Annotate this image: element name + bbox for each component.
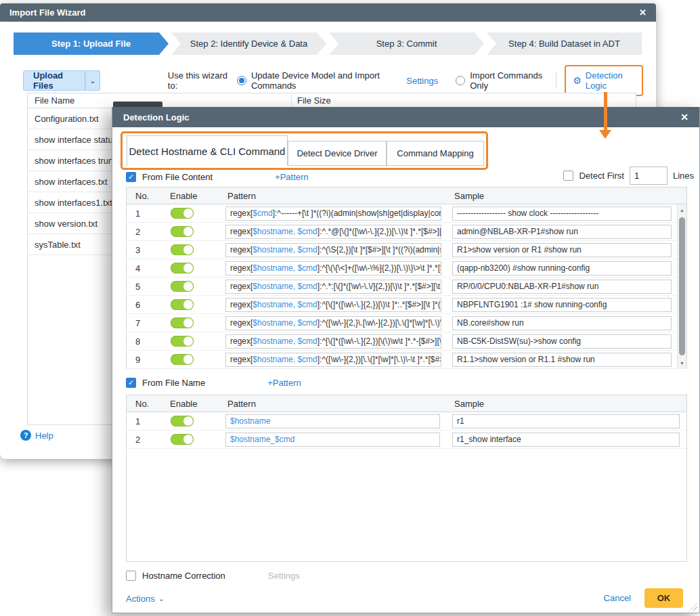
radio-import-commands-only[interactable]: Import Commands Only: [456, 70, 546, 91]
upload-files-split-button: Upload Files ⌄: [23, 70, 100, 91]
from-file-content-checkbox[interactable]: [126, 172, 136, 182]
row-number: 4: [127, 263, 164, 273]
sample-input[interactable]: NBPFLNTG1901 :1# show running-config: [452, 298, 672, 312]
header-enable: Enable: [164, 399, 221, 409]
tab-detect-hostname-cli-command[interactable]: Detect Hostname & CLI Command: [127, 135, 288, 166]
pattern-variables: $hostname, $cmd: [253, 336, 317, 346]
ok-button[interactable]: OK: [644, 588, 683, 608]
actions-label: Actions: [126, 594, 155, 604]
pattern-input[interactable]: regex[$hostname, $cmd]:^([\w\-]{2,})[\.\…: [225, 353, 441, 367]
arrow-head: [599, 130, 611, 139]
sample-input[interactable]: ------------------ show clock ----------…: [452, 206, 672, 221]
wizard-step[interactable]: Step 3: Commit: [329, 32, 484, 55]
radio-update-device-model[interactable]: Update Device Model and Import Commands: [237, 70, 398, 91]
toolbar-divider: [556, 72, 556, 89]
table-scrollbar[interactable]: ▲ ▼: [677, 204, 686, 368]
enable-toggle[interactable]: [171, 416, 194, 426]
sample-input[interactable]: R1>show version or R1 #show run: [452, 243, 672, 257]
enable-toggle[interactable]: [171, 354, 194, 365]
scroll-up-icon[interactable]: ▲: [678, 205, 686, 215]
row-number: 7: [127, 318, 164, 328]
pattern-variables: $hostname, $cmd: [253, 300, 317, 309]
enable-toggle[interactable]: [171, 434, 194, 445]
pattern-row: 4 regex[$hostname, $cmd]:^[\(\{\<]+([\w\…: [127, 259, 686, 278]
settings-link[interactable]: Settings: [406, 76, 438, 86]
detect-first-checkbox[interactable]: [563, 171, 573, 181]
dialog-title: Detection Logic: [123, 112, 190, 123]
pattern-prefix: regex[: [230, 208, 253, 218]
resize-grip[interactable]: [690, 603, 697, 611]
enable-toggle[interactable]: [171, 281, 194, 292]
pattern-input[interactable]: regex[$hostname, $cmd]:^[\(]*([\w\-\.]{2…: [225, 298, 441, 312]
header-pattern: Pattern: [221, 399, 448, 409]
sample-input[interactable]: NB.core#show run: [452, 316, 672, 330]
pattern-variables: $hostname, $cmd: [253, 227, 317, 236]
pattern-input[interactable]: regex[$hostname, $cmd]:^[\(\{\<]+([\w\-\…: [225, 261, 441, 276]
wizard-title: Import File Wizard: [9, 7, 86, 18]
sample-input[interactable]: NB-C5K-DistSW(su)->show config: [452, 334, 672, 349]
screen: Import File Wizard ✕ Step 1: Upload File…: [0, 0, 700, 616]
enable-toggle[interactable]: [171, 244, 194, 255]
enable-toggle[interactable]: [171, 263, 194, 273]
header-no: No.: [127, 399, 164, 409]
add-pattern-link[interactable]: +Pattern: [267, 378, 301, 388]
wizard-step[interactable]: Step 4: Build Dataset in ADT: [487, 32, 642, 55]
wizard-titlebar: Import File Wizard ✕: [0, 3, 656, 22]
enable-toggle[interactable]: [171, 208, 194, 219]
pattern-prefix: regex[: [230, 355, 253, 364]
enable-toggle[interactable]: [171, 336, 194, 347]
pattern-variables: $hostname, $cmd: [253, 355, 317, 364]
header-enable: Enable: [164, 191, 221, 201]
pattern-row: 1 $hostname r1: [127, 412, 686, 431]
chevron-down-icon: ⌄: [158, 594, 165, 603]
pattern-prefix: regex[: [230, 336, 253, 346]
enable-toggle[interactable]: [171, 317, 194, 328]
hostname-correction-checkbox[interactable]: [126, 571, 136, 581]
col-file-size[interactable]: File Size: [292, 95, 331, 106]
radio-unselected-icon[interactable]: [456, 76, 465, 85]
upload-files-button[interactable]: Upload Files: [23, 70, 85, 91]
pattern-rest: ]:^([\w\-]{2,}\.[\w\-]{2,})[\.\(]*[\w]*[…: [318, 318, 441, 328]
radio-import-only-label: Import Commands Only: [470, 70, 546, 91]
pattern-input[interactable]: regex[$hostname, $cmd]:^([\w\-]{2,}\.[\w…: [225, 316, 441, 330]
table-header: No. Enable Pattern Sample: [127, 188, 686, 204]
sample-input[interactable]: r1: [452, 414, 680, 428]
pattern-input[interactable]: regex[$hostname, $cmd]:^.*:[\(]*([\w\-\.…: [225, 280, 441, 294]
from-file-content-label: From File Content: [142, 172, 213, 182]
pattern-prefix: regex[: [230, 245, 253, 255]
detect-first-input[interactable]: [630, 167, 668, 185]
sample-input[interactable]: (qapp-nb3200) #show running-config: [452, 261, 672, 276]
sample-input[interactable]: R1.1>show version or R1.1 #show run: [452, 353, 672, 367]
tab-command-mapping[interactable]: Command Mapping: [387, 141, 484, 166]
pattern-variables: $hostname, $cmd: [253, 245, 317, 255]
pattern-input[interactable]: regex[$hostname, $cmd]:^.*@[\(]*([\w\-\.…: [225, 225, 441, 239]
add-pattern-link[interactable]: +Pattern: [275, 172, 309, 182]
enable-toggle[interactable]: [171, 226, 194, 237]
from-file-name-label: From File Name: [142, 378, 205, 388]
scroll-down-icon[interactable]: ▼: [678, 358, 686, 368]
tab-detect-device-driver[interactable]: Detect Device Driver: [288, 141, 387, 166]
pattern-input[interactable]: $hostname: [225, 414, 440, 428]
pattern-variables: $hostname, $cmd: [253, 263, 317, 273]
pattern-input[interactable]: $hostname_$cmd: [225, 433, 440, 447]
wizard-step[interactable]: Step 2: Identify Device & Data: [171, 32, 326, 55]
actions-menu[interactable]: Actions ⌄: [126, 594, 165, 604]
row-number: 2: [127, 435, 164, 445]
pattern-input[interactable]: regex[$hostname, $cmd]:^(\S{2,})[\t ]*[$…: [225, 243, 441, 257]
help-link[interactable]: ? Help: [20, 430, 53, 441]
cancel-button[interactable]: Cancel: [604, 593, 631, 603]
pattern-row: 2 regex[$hostname, $cmd]:^.*@[\(]*([\w\-…: [127, 223, 686, 241]
enable-toggle[interactable]: [171, 299, 194, 310]
upload-files-dropdown[interactable]: ⌄: [85, 70, 100, 91]
pattern-input[interactable]: regex[$hostname, $cmd]:^[\(]*([\w\-\.]{2…: [225, 334, 441, 349]
radio-selected-icon[interactable]: [237, 76, 246, 85]
close-icon[interactable]: ✕: [680, 112, 688, 123]
sample-input[interactable]: r1_show interface: [452, 433, 680, 447]
scrollbar-thumb[interactable]: [679, 217, 685, 355]
from-file-name-checkbox[interactable]: [126, 378, 136, 388]
pattern-input[interactable]: regex[$cmd]:^------+[\t ]*((?i)(admin|sh…: [225, 206, 441, 221]
close-icon[interactable]: ✕: [639, 7, 647, 18]
sample-input[interactable]: RP/0/0/CPU0:NBLAB-XR-P1#show run: [452, 280, 672, 294]
sample-input[interactable]: admin@NBLAB-XR-P1#show run: [452, 225, 672, 239]
wizard-step[interactable]: Step 1: Upload File: [14, 32, 169, 55]
